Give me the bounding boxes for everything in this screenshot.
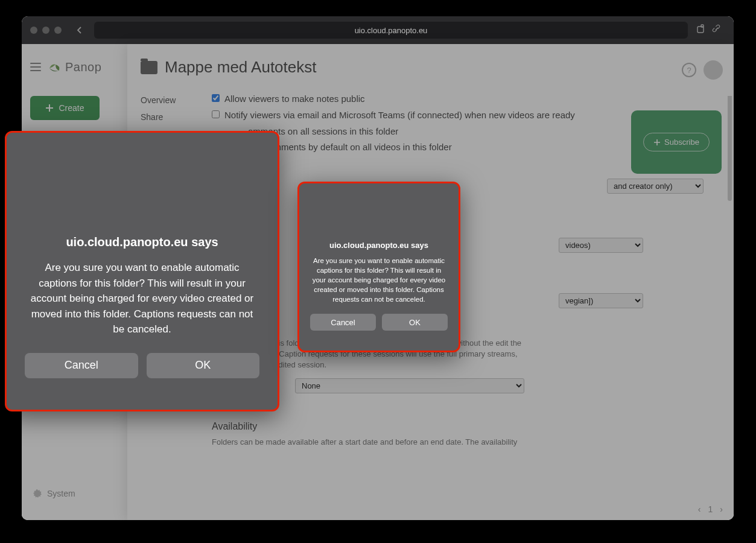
url-bar[interactable]: uio.cloud.panopto.eu xyxy=(94,22,688,39)
dialog-title-small: uio.cloud.panopto.eu says xyxy=(329,241,428,250)
dialog-title: uio.cloud.panopto.eu says xyxy=(66,235,218,249)
url-text: uio.cloud.panopto.eu xyxy=(355,26,428,35)
dialog-cancel-button-small[interactable]: Cancel xyxy=(310,314,376,331)
browser-titlebar: uio.cloud.panopto.eu xyxy=(22,16,734,44)
nav-back-button[interactable] xyxy=(74,24,86,36)
dialog-ok-button-small[interactable]: OK xyxy=(382,314,448,331)
extension-icon[interactable] xyxy=(696,24,706,36)
link-icon[interactable] xyxy=(712,24,722,36)
titlebar-right-icons xyxy=(696,24,722,36)
confirm-dialog-small: uio.cloud.panopto.eu says Are you sure y… xyxy=(297,182,460,352)
confirm-dialog-large: uio.cloud.panopto.eu says Are you sure y… xyxy=(5,131,279,411)
svg-rect-1 xyxy=(701,25,704,27)
traffic-lights[interactable] xyxy=(30,27,62,34)
dialog-message-small: Are you sure you want to enable automati… xyxy=(310,256,448,304)
dialog-cancel-button[interactable]: Cancel xyxy=(25,353,138,378)
dialog-message: Are you sure you want to enable automati… xyxy=(25,260,259,337)
dialog-ok-button[interactable]: OK xyxy=(147,353,260,378)
